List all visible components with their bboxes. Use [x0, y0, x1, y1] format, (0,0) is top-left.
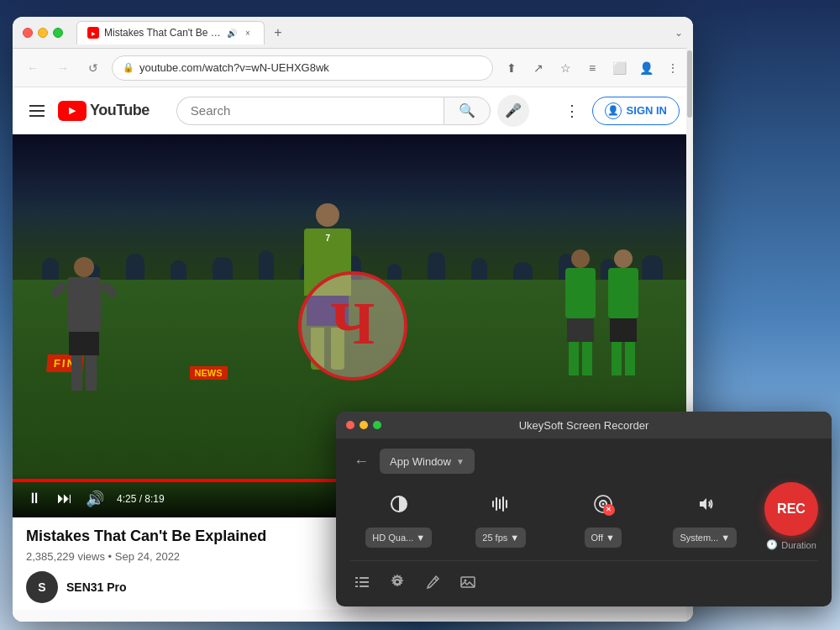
address-actions: ⬆ ↗ ☆ ≡ ⬜ 👤 ⋮	[500, 56, 685, 80]
system-audio-label: System...	[680, 533, 718, 543]
source-row: ← App Window ▼	[349, 449, 818, 474]
recorder-toolbar	[349, 560, 818, 595]
search-input[interactable]	[176, 97, 444, 125]
svg-rect-4	[502, 496, 504, 512]
tab-bar: Mistakes That Can't Be Ex… 🔊 × +	[76, 21, 288, 45]
svg-rect-13	[360, 581, 369, 583]
tab-close-button[interactable]: ×	[242, 27, 254, 39]
search-button[interactable]: 🔍	[444, 97, 491, 125]
pause-button[interactable]: ⏸	[23, 487, 46, 511]
tab-menu-button[interactable]: ⌄	[675, 27, 683, 39]
hamburger-menu-button[interactable]	[26, 102, 48, 120]
lock-icon: 🔒	[123, 62, 134, 73]
recorder-maximize-button[interactable]	[373, 421, 381, 429]
webcam-section: ✕ Off ▼	[554, 486, 653, 548]
image-icon-button[interactable]	[455, 570, 480, 595]
svg-rect-11	[360, 577, 369, 579]
system-audio-section: System... ▼	[656, 486, 755, 548]
svg-rect-5	[506, 500, 507, 508]
recorder-minimize-button[interactable]	[360, 421, 368, 429]
rec-button[interactable]: REC	[764, 482, 818, 536]
svg-rect-10	[355, 577, 358, 579]
close-button[interactable]	[23, 28, 33, 38]
recorder-traffic-lights	[346, 421, 381, 429]
upload-icon[interactable]: ⬆	[500, 56, 523, 80]
youtube-header: YouTube 🔍 🎤 ⋮ 👤 SIGN IN	[13, 87, 693, 134]
webcam-label: Off	[591, 533, 603, 543]
refresh-button[interactable]: ↺	[81, 56, 105, 80]
waveform-icon	[491, 494, 511, 514]
display-section: HD Qua... ▼	[349, 486, 449, 548]
upload-date: Sep 24, 2022	[115, 550, 180, 563]
fps-dropdown[interactable]: 25 fps ▼	[475, 528, 526, 548]
tab-audio-icon: 🔊	[227, 29, 237, 38]
voice-search-button[interactable]: 🎤	[497, 95, 529, 127]
image-icon	[459, 574, 476, 591]
volume-button[interactable]: 🔊	[83, 487, 107, 511]
minimize-button[interactable]	[38, 28, 48, 38]
settings-icon	[389, 574, 406, 591]
quality-dropdown[interactable]: HD Qua... ▼	[365, 528, 432, 548]
recorder-title: UkeySoft Screen Recorder	[519, 419, 649, 432]
hamburger-line-3	[29, 115, 45, 117]
svg-rect-3	[499, 499, 501, 509]
screen-recorder-overlay: UkeySoft Screen Recorder ← App Window ▼	[336, 412, 832, 606]
system-audio-arrow: ▼	[721, 533, 730, 543]
youtube-logo-text: YouTube	[90, 102, 150, 119]
quality-arrow: ▼	[416, 533, 425, 543]
forward-button[interactable]: →	[51, 56, 75, 80]
maximize-button[interactable]	[53, 28, 63, 38]
clock-icon: 🕐	[766, 539, 778, 550]
webcam-dropdown[interactable]: Off ▼	[585, 528, 622, 548]
rec-button-section: REC 🕐 Duration	[764, 482, 818, 550]
time-display: 4:25 / 8:19	[117, 493, 165, 505]
more-options-icon[interactable]: ⋮	[559, 97, 585, 124]
right-players	[565, 249, 638, 375]
separator: •	[108, 550, 115, 563]
back-button[interactable]: ←	[21, 56, 45, 80]
share-icon[interactable]: ↗	[527, 56, 550, 80]
settings-icon-button[interactable]	[385, 570, 410, 595]
more-options-button[interactable]: ⋮	[661, 56, 685, 80]
system-audio-icon-button[interactable]	[686, 486, 723, 522]
new-tab-button[interactable]: +	[268, 23, 288, 43]
url-bar[interactable]: 🔒 youtube.com/watch?v=wN-UEHXG8wk	[112, 55, 493, 81]
banner-news: NEWS	[190, 366, 228, 380]
profile-icon[interactable]: 👤	[634, 56, 658, 80]
tab-overview-icon[interactable]: ⬜	[607, 56, 631, 80]
recorder-close-button[interactable]	[346, 421, 354, 429]
source-dropdown[interactable]: App Window ▼	[380, 449, 475, 474]
back-button[interactable]: ←	[349, 449, 373, 473]
tab-favicon	[87, 27, 99, 39]
sign-in-button[interactable]: 👤 SIGN IN	[592, 97, 680, 125]
svg-rect-12	[355, 581, 358, 583]
bookmark-icon[interactable]: ☆	[554, 56, 577, 80]
next-button[interactable]: ⏭	[53, 487, 76, 511]
youtube-logo[interactable]: YouTube	[58, 101, 150, 121]
list-icon	[354, 574, 370, 591]
webcam-off-badge: ✕	[603, 504, 615, 516]
user-avatar-icon: 👤	[605, 102, 622, 119]
list-icon-button[interactable]	[349, 570, 375, 595]
avatar-initials: S	[38, 580, 45, 594]
left-player	[67, 257, 101, 391]
display-icon-button[interactable]	[381, 486, 417, 522]
system-audio-dropdown[interactable]: System... ▼	[673, 528, 737, 548]
source-label: App Window	[390, 455, 451, 468]
rec-button-label: REC	[777, 501, 806, 517]
audio-icon-button[interactable]	[482, 486, 519, 522]
pen-icon-button[interactable]	[420, 570, 445, 595]
active-tab[interactable]: Mistakes That Can't Be Ex… 🔊 ×	[76, 21, 265, 45]
webcam-icon-button[interactable]: ✕	[585, 486, 622, 522]
fps-arrow: ▼	[510, 533, 519, 543]
recorder-titlebar: UkeySoft Screen Recorder	[336, 412, 832, 438]
ukeysoft-watermark: Ч	[298, 271, 407, 381]
svg-point-7	[601, 502, 604, 505]
webcam-wrapper: ✕	[593, 494, 613, 514]
reading-list-icon[interactable]: ≡	[580, 56, 604, 80]
speaker-icon	[695, 494, 715, 514]
audio-section: 25 fps ▼	[452, 486, 551, 548]
hamburger-line-2	[29, 110, 45, 112]
svg-rect-2	[496, 497, 497, 511]
fps-label: 25 fps	[482, 533, 507, 543]
